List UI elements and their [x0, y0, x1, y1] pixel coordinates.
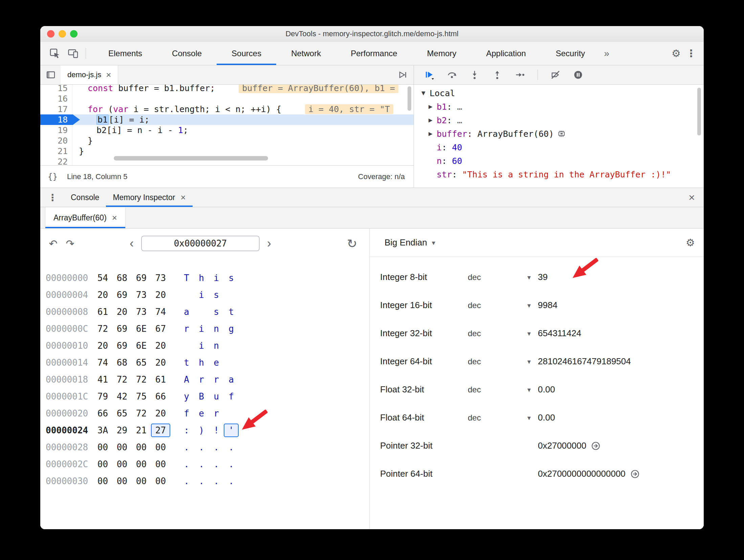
memory-ascii-char[interactable]: . [224, 457, 239, 471]
scope-entry-buffer[interactable]: ▶buffer: ArrayBuffer(60) [414, 127, 704, 141]
memory-ascii-char[interactable]: . [194, 440, 209, 454]
memory-byte[interactable]: 20 [93, 339, 112, 352]
resume-script-button[interactable] [424, 70, 434, 80]
memory-ascii-char[interactable]: a [179, 305, 194, 319]
memory-byte[interactable]: 61 [93, 305, 112, 319]
line-number[interactable]: 21 [40, 146, 73, 156]
editor-horizontal-scrollbar[interactable] [114, 156, 268, 160]
memory-byte[interactable]: 73 [132, 288, 151, 302]
memory-buffer-tab-close-icon[interactable]: × [112, 213, 117, 222]
memory-byte[interactable]: 65 [112, 407, 132, 420]
memory-byte[interactable]: 00 [132, 457, 151, 471]
step-into-button[interactable] [469, 70, 480, 80]
memory-byte[interactable]: 00 [151, 474, 170, 488]
memory-ascii-char[interactable]: . [209, 457, 224, 471]
memory-ascii-char[interactable]: . [224, 440, 239, 454]
memory-ascii-char[interactable]: f [224, 390, 239, 403]
window-minimize-button[interactable] [59, 30, 66, 38]
more-panels-button[interactable]: » [600, 48, 613, 59]
scope-section-local[interactable]: ▼ Local [414, 86, 704, 100]
memory-byte[interactable]: 42 [112, 390, 132, 403]
jump-to-address-icon[interactable] [591, 441, 600, 451]
line-number[interactable]: 22 [40, 156, 73, 165]
window-close-button[interactable] [47, 30, 54, 38]
memory-byte[interactable]: 66 [151, 390, 170, 403]
memory-byte[interactable]: 79 [93, 390, 112, 403]
previous-page-icon[interactable]: ‹ [127, 236, 136, 251]
memory-ascii-char[interactable] [179, 288, 194, 302]
memory-ascii-char[interactable] [224, 356, 239, 369]
memory-ascii-char[interactable]: h [194, 271, 209, 285]
memory-ascii-char[interactable] [179, 339, 194, 352]
value-mode-dropdown[interactable]: dec▾ [468, 329, 532, 338]
memory-ascii-char[interactable]: r [179, 322, 194, 336]
memory-ascii-char[interactable]: i [194, 339, 209, 352]
tab-memory[interactable]: Memory [412, 42, 472, 65]
memory-ascii-char[interactable]: . [194, 457, 209, 471]
value-mode-dropdown[interactable]: dec▾ [468, 357, 532, 366]
memory-ascii-char[interactable]: i [194, 322, 209, 336]
pretty-print-icon[interactable]: {} [48, 172, 58, 181]
memory-ascii-char[interactable]: s [209, 305, 224, 319]
memory-byte[interactable]: 74 [93, 356, 112, 369]
expand-arrow-icon[interactable]: ▶ [429, 131, 437, 137]
memory-ascii-char[interactable]: g [224, 322, 239, 336]
drawer-tab-memory-inspector[interactable]: Memory Inspector × [106, 188, 192, 207]
memory-ascii-char[interactable]: T [179, 271, 194, 285]
expand-arrow-icon[interactable]: ▶ [429, 104, 437, 110]
scope-vertical-scrollbar[interactable] [697, 88, 701, 135]
memory-ascii-char[interactable]: : [179, 424, 194, 437]
memory-byte[interactable]: 6E [132, 322, 151, 336]
memory-byte[interactable]: 72 [93, 322, 112, 336]
pause-on-exceptions-button[interactable] [573, 70, 583, 80]
memory-ascii-char[interactable]: ! [209, 424, 224, 437]
memory-ascii-char[interactable]: . [179, 440, 194, 454]
settings-gear-icon[interactable]: ⚙ [672, 47, 681, 59]
line-number[interactable]: 20 [40, 135, 73, 146]
scope-entry-b1[interactable]: ▶b1: … [414, 100, 704, 113]
memory-byte[interactable]: 6E [132, 339, 151, 352]
tab-console[interactable]: Console [157, 42, 217, 65]
main-menu-kebab-icon[interactable]: ⋮ [686, 47, 696, 59]
memory-ascii-char[interactable]: r [209, 407, 224, 420]
memory-ascii-char[interactable]: h [194, 356, 209, 369]
address-input[interactable] [141, 236, 260, 251]
memory-ascii-char[interactable] [194, 305, 209, 319]
memory-byte[interactable]: 61 [151, 373, 170, 386]
drawer-tab-console[interactable]: Console [64, 188, 106, 207]
memory-byte[interactable]: 72 [112, 373, 132, 386]
memory-byte[interactable]: 66 [93, 407, 112, 420]
memory-byte[interactable]: 00 [112, 457, 132, 471]
file-tab-close-icon[interactable]: × [106, 70, 111, 79]
memory-byte[interactable]: 72 [132, 373, 151, 386]
memory-byte[interactable]: 68 [112, 271, 132, 285]
memory-byte[interactable]: 00 [151, 457, 170, 471]
memory-ascii-char[interactable]: e [209, 356, 224, 369]
endianness-dropdown[interactable]: Big Endian ▾ [385, 237, 435, 248]
memory-ascii-char[interactable]: t [224, 305, 239, 319]
memory-ascii-char[interactable]: . [209, 474, 224, 488]
history-forward-icon[interactable]: ↷ [64, 238, 76, 250]
code-editor[interactable]: 15const buffer = b1.buffer;buffer = Arra… [40, 85, 414, 165]
memory-byte[interactable]: 00 [112, 440, 132, 454]
memory-ascii-char[interactable]: . [179, 457, 194, 471]
memory-buffer-tab[interactable]: ArrayBuffer(60) × [45, 207, 126, 228]
expand-arrow-icon[interactable]: ▼ [421, 90, 430, 96]
memory-byte[interactable]: 69 [112, 288, 132, 302]
memory-byte[interactable]: 41 [93, 373, 112, 386]
tab-performance[interactable]: Performance [336, 42, 412, 65]
memory-ascii-char[interactable]: s [209, 288, 224, 302]
memory-byte[interactable]: 20 [93, 288, 112, 302]
scope-entry-b2[interactable]: ▶b2: … [414, 113, 704, 127]
device-toolbar-icon[interactable] [67, 48, 79, 59]
memory-byte[interactable]: 00 [132, 440, 151, 454]
tab-sources[interactable]: Sources [217, 42, 276, 65]
memory-ascii-char[interactable]: . [224, 474, 239, 488]
memory-byte[interactable]: 74 [151, 305, 170, 319]
toggle-navigator-icon[interactable] [46, 70, 56, 80]
memory-byte[interactable]: 20 [151, 407, 170, 420]
memory-byte[interactable]: 00 [151, 440, 170, 454]
value-mode-dropdown[interactable]: dec▾ [468, 385, 532, 394]
memory-ascii-char[interactable]: f [179, 407, 194, 420]
memory-byte[interactable]: 65 [132, 356, 151, 369]
